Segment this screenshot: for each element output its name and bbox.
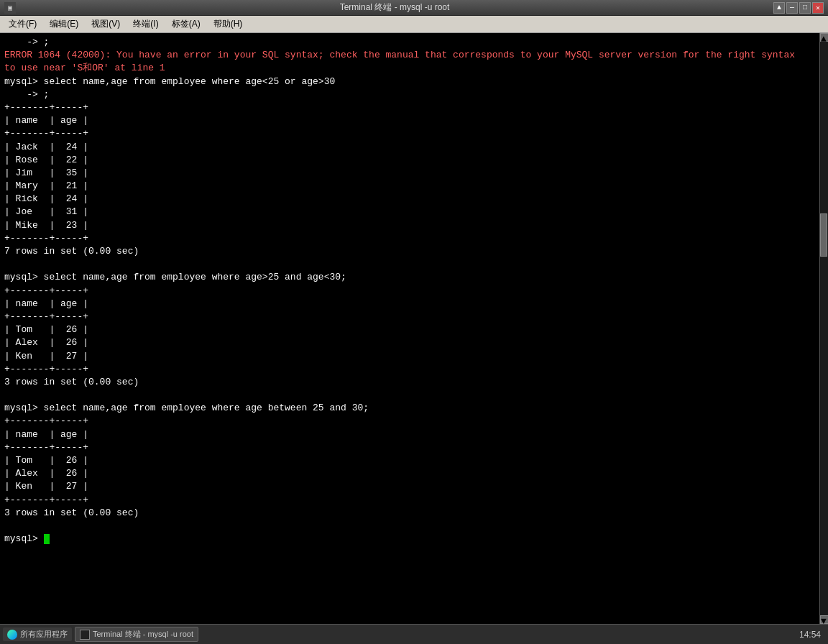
terminal-line: | name | age |	[4, 115, 88, 126]
terminal-line: +-------+-----+	[4, 233, 88, 244]
window-controls: ▲ — □ ✕	[773, 2, 824, 14]
terminal-line: | Joe | 31 |	[4, 206, 88, 217]
menu-help[interactable]: 帮助(H)	[208, 17, 249, 32]
terminal-line: +-------+-----+	[4, 364, 88, 374]
terminal-line: | Mike | 23 |	[4, 220, 88, 231]
terminal-line: ERROR 1064 (42000): You have an error in…	[4, 50, 795, 60]
terminal-line: mysql> select name,age from employee whe…	[4, 272, 346, 282]
terminal-line: | Mary | 21 |	[4, 180, 88, 191]
terminal-line: +-------+-----+	[4, 102, 88, 113]
menu-terminal[interactable]: 终端(I)	[127, 17, 164, 32]
terminal-line: | Jim | 35 |	[4, 167, 88, 178]
titlebar: ▣ Terminal 终端 - mysql -u root ▲ — □ ✕	[0, 0, 828, 16]
close-btn[interactable]: ✕	[812, 2, 824, 14]
terminal-line: | Jack | 24 |	[4, 142, 88, 152]
terminal-line: | name | age |	[4, 298, 88, 309]
taskbar: 所有应用程序 Terminal 终端 - mysql -u root 14:54	[0, 624, 828, 644]
scroll-up-button[interactable]: ▲	[820, 33, 828, 42]
terminal-line: | Ken | 27 |	[4, 351, 88, 362]
app-icon: ▣	[4, 2, 16, 14]
terminal-line: | Rick | 24 |	[4, 193, 88, 204]
terminal-line: mysql> select name,age from employee whe…	[4, 76, 335, 87]
terminal-content[interactable]: -> ; ERROR 1064 (42000): You have an err…	[0, 33, 819, 624]
cursor	[44, 534, 50, 544]
terminal-line: | Alex | 26 |	[4, 337, 88, 348]
scrollbar-track[interactable]	[820, 42, 828, 615]
terminal-line: | name | age |	[4, 429, 88, 440]
terminal-line: +-------+-----+	[4, 311, 88, 322]
clock: 14:54	[799, 630, 825, 640]
terminal-line: +-------+-----+	[4, 285, 88, 296]
menu-tabs[interactable]: 标签(A)	[166, 17, 206, 32]
terminal-line: | Ken | 27 |	[4, 481, 88, 492]
terminal-taskbar-label: Terminal 终端 - mysql -u root	[93, 629, 193, 640]
terminal-line: 3 rows in set (0.00 sec)	[4, 507, 139, 518]
terminal-line: +-------+-----+	[4, 494, 88, 505]
terminal-prompt: mysql>	[4, 533, 50, 544]
terminal-line: | Tom | 26 |	[4, 455, 88, 466]
app-icon-symbol: ▣	[8, 4, 12, 12]
terminal-line: 7 rows in set (0.00 sec)	[4, 246, 139, 257]
scroll-down-button[interactable]: ▼	[820, 615, 828, 624]
menu-edit[interactable]: 编辑(E)	[44, 17, 84, 32]
terminal-line: | Tom | 26 |	[4, 324, 88, 335]
terminal-line: -> ;	[4, 89, 49, 100]
terminal-taskbar-icon	[80, 630, 90, 640]
menu-file[interactable]: 文件(F)	[3, 17, 42, 32]
apps-label: 所有应用程序	[20, 629, 68, 640]
terminal-line: -> ;	[4, 37, 49, 47]
terminal-taskbar-item[interactable]: Terminal 终端 - mysql -u root	[75, 627, 198, 642]
apps-icon	[7, 630, 17, 640]
terminal-line: +-------+-----+	[4, 128, 88, 139]
terminal-line: | Alex | 26 |	[4, 468, 88, 479]
terminal-line: +-------+-----+	[4, 415, 88, 426]
scrollbar-thumb[interactable]	[820, 213, 827, 257]
scroll-up-btn[interactable]: ▲	[773, 2, 785, 14]
scrollbar[interactable]: ▲ ▼	[819, 33, 828, 624]
terminal-line: +-------+-----+	[4, 442, 88, 453]
minimize-btn[interactable]: —	[786, 2, 798, 14]
menu-view[interactable]: 视图(V)	[86, 17, 126, 32]
terminal-line: 3 rows in set (0.00 sec)	[4, 377, 139, 387]
window-title: Terminal 终端 - mysql -u root	[16, 1, 773, 14]
menubar: 文件(F) 编辑(E) 视图(V) 终端(I) 标签(A) 帮助(H)	[0, 16, 828, 33]
terminal-line: to use near 'S和OR' at line 1	[4, 63, 165, 73]
terminal-line: mysql> select name,age from employee whe…	[4, 402, 369, 413]
terminal-line: | Rose | 22 |	[4, 155, 88, 165]
maximize-btn[interactable]: □	[799, 2, 811, 14]
terminal-wrapper: -> ; ERROR 1064 (42000): You have an err…	[0, 33, 828, 624]
all-apps-button[interactable]: 所有应用程序	[3, 627, 72, 641]
